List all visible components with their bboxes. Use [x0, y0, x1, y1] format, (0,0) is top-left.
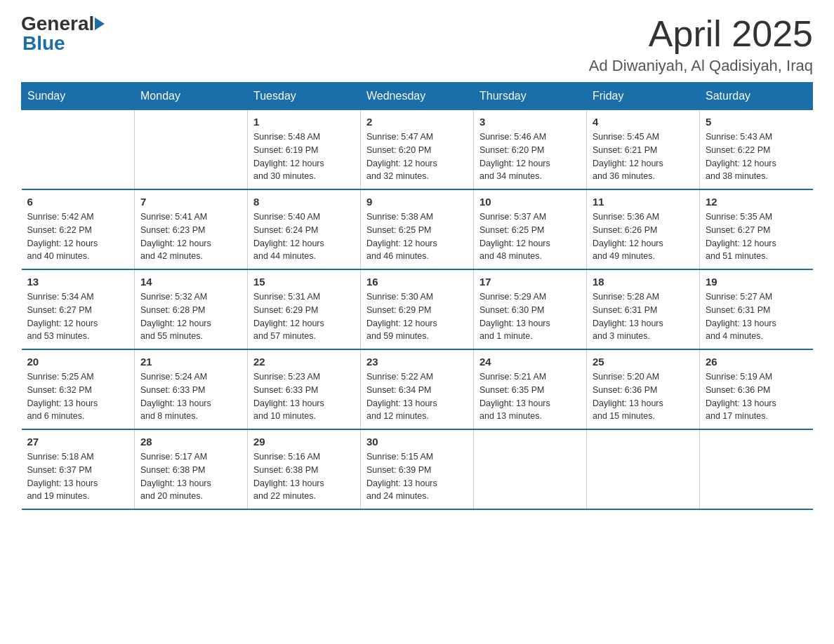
- day-number: 22: [253, 356, 355, 368]
- calendar-cell: 13Sunrise: 5:34 AM Sunset: 6:27 PM Dayli…: [22, 269, 135, 349]
- calendar-cell: 11Sunrise: 5:36 AM Sunset: 6:26 PM Dayli…: [587, 189, 700, 269]
- logo-blue-text: Blue: [21, 34, 105, 53]
- calendar-cell: [135, 110, 248, 190]
- day-info: Sunrise: 5:40 AM Sunset: 6:24 PM Dayligh…: [253, 210, 355, 263]
- day-number: 14: [140, 276, 241, 288]
- day-info: Sunrise: 5:23 AM Sunset: 6:33 PM Dayligh…: [253, 370, 355, 423]
- day-number: 28: [140, 436, 241, 448]
- day-info: Sunrise: 5:32 AM Sunset: 6:28 PM Dayligh…: [140, 290, 241, 343]
- calendar-cell: 26Sunrise: 5:19 AM Sunset: 6:36 PM Dayli…: [700, 349, 813, 429]
- day-info: Sunrise: 5:28 AM Sunset: 6:31 PM Dayligh…: [593, 290, 694, 343]
- day-number: 15: [253, 276, 355, 288]
- day-info: Sunrise: 5:15 AM Sunset: 6:39 PM Dayligh…: [366, 450, 468, 503]
- day-info: Sunrise: 5:19 AM Sunset: 6:36 PM Dayligh…: [706, 370, 807, 423]
- calendar-cell: 3Sunrise: 5:46 AM Sunset: 6:20 PM Daylig…: [474, 110, 587, 190]
- calendar-cell: 18Sunrise: 5:28 AM Sunset: 6:31 PM Dayli…: [587, 269, 700, 349]
- day-header-tuesday: Tuesday: [248, 83, 361, 110]
- day-number: 8: [253, 196, 355, 208]
- day-number: 18: [593, 276, 694, 288]
- day-number: 12: [706, 196, 807, 208]
- day-header-sunday: Sunday: [22, 83, 135, 110]
- day-header-saturday: Saturday: [700, 83, 813, 110]
- calendar-cell: 2Sunrise: 5:47 AM Sunset: 6:20 PM Daylig…: [361, 110, 474, 190]
- day-number: 21: [140, 356, 241, 368]
- calendar-cell: 6Sunrise: 5:42 AM Sunset: 6:22 PM Daylig…: [22, 189, 135, 269]
- day-info: Sunrise: 5:21 AM Sunset: 6:35 PM Dayligh…: [479, 370, 581, 423]
- day-number: 5: [706, 116, 807, 128]
- main-title: April 2025: [589, 14, 813, 54]
- calendar-cell: [474, 429, 587, 509]
- calendar-cell: 8Sunrise: 5:40 AM Sunset: 6:24 PM Daylig…: [248, 189, 361, 269]
- day-number: 9: [366, 196, 468, 208]
- calendar-cell: 28Sunrise: 5:17 AM Sunset: 6:38 PM Dayli…: [135, 429, 248, 509]
- day-number: 6: [27, 196, 129, 208]
- day-info: Sunrise: 5:18 AM Sunset: 6:37 PM Dayligh…: [27, 450, 129, 503]
- calendar-cell: 20Sunrise: 5:25 AM Sunset: 6:32 PM Dayli…: [22, 349, 135, 429]
- day-info: Sunrise: 5:30 AM Sunset: 6:29 PM Dayligh…: [366, 290, 468, 343]
- title-section: April 2025 Ad Diwaniyah, Al Qadisiyah, I…: [589, 14, 813, 75]
- day-header-wednesday: Wednesday: [361, 83, 474, 110]
- calendar-cell: 23Sunrise: 5:22 AM Sunset: 6:34 PM Dayli…: [361, 349, 474, 429]
- day-info: Sunrise: 5:22 AM Sunset: 6:34 PM Dayligh…: [366, 370, 468, 423]
- day-info: Sunrise: 5:37 AM Sunset: 6:25 PM Dayligh…: [479, 210, 581, 263]
- day-number: 29: [253, 436, 355, 448]
- day-number: 27: [27, 436, 129, 448]
- day-info: Sunrise: 5:25 AM Sunset: 6:32 PM Dayligh…: [27, 370, 129, 423]
- logo-general-text: General: [21, 14, 94, 34]
- calendar-cell: 14Sunrise: 5:32 AM Sunset: 6:28 PM Dayli…: [135, 269, 248, 349]
- subtitle: Ad Diwaniyah, Al Qadisiyah, Iraq: [589, 57, 813, 75]
- day-info: Sunrise: 5:17 AM Sunset: 6:38 PM Dayligh…: [140, 450, 241, 503]
- day-number: 4: [593, 116, 694, 128]
- day-info: Sunrise: 5:45 AM Sunset: 6:21 PM Dayligh…: [593, 130, 694, 183]
- day-info: Sunrise: 5:34 AM Sunset: 6:27 PM Dayligh…: [27, 290, 129, 343]
- calendar-cell: 17Sunrise: 5:29 AM Sunset: 6:30 PM Dayli…: [474, 269, 587, 349]
- day-info: Sunrise: 5:16 AM Sunset: 6:38 PM Dayligh…: [253, 450, 355, 503]
- calendar-cell: [587, 429, 700, 509]
- day-info: Sunrise: 5:38 AM Sunset: 6:25 PM Dayligh…: [366, 210, 468, 263]
- calendar-cell: 15Sunrise: 5:31 AM Sunset: 6:29 PM Dayli…: [248, 269, 361, 349]
- day-number: 20: [27, 356, 129, 368]
- calendar-cell: 21Sunrise: 5:24 AM Sunset: 6:33 PM Dayli…: [135, 349, 248, 429]
- calendar-cell: 12Sunrise: 5:35 AM Sunset: 6:27 PM Dayli…: [700, 189, 813, 269]
- calendar-cell: 25Sunrise: 5:20 AM Sunset: 6:36 PM Dayli…: [587, 349, 700, 429]
- day-info: Sunrise: 5:24 AM Sunset: 6:33 PM Dayligh…: [140, 370, 241, 423]
- calendar-cell: 1Sunrise: 5:48 AM Sunset: 6:19 PM Daylig…: [248, 110, 361, 190]
- day-number: 2: [366, 116, 468, 128]
- day-header-monday: Monday: [135, 83, 248, 110]
- day-number: 23: [366, 356, 468, 368]
- day-number: 3: [479, 116, 581, 128]
- day-number: 24: [479, 356, 581, 368]
- day-info: Sunrise: 5:35 AM Sunset: 6:27 PM Dayligh…: [706, 210, 807, 263]
- day-info: Sunrise: 5:48 AM Sunset: 6:19 PM Dayligh…: [253, 130, 355, 183]
- calendar-cell: [22, 110, 135, 190]
- day-number: 19: [706, 276, 807, 288]
- day-info: Sunrise: 5:47 AM Sunset: 6:20 PM Dayligh…: [366, 130, 468, 183]
- day-number: 25: [593, 356, 694, 368]
- calendar-table: SundayMondayTuesdayWednesdayThursdayFrid…: [21, 82, 813, 510]
- calendar-week-row: 1Sunrise: 5:48 AM Sunset: 6:19 PM Daylig…: [22, 110, 813, 190]
- calendar-cell: 10Sunrise: 5:37 AM Sunset: 6:25 PM Dayli…: [474, 189, 587, 269]
- calendar-cell: 4Sunrise: 5:45 AM Sunset: 6:21 PM Daylig…: [587, 110, 700, 190]
- calendar-week-row: 13Sunrise: 5:34 AM Sunset: 6:27 PM Dayli…: [22, 269, 813, 349]
- day-info: Sunrise: 5:36 AM Sunset: 6:26 PM Dayligh…: [593, 210, 694, 263]
- day-number: 30: [366, 436, 468, 448]
- calendar-cell: 5Sunrise: 5:43 AM Sunset: 6:22 PM Daylig…: [700, 110, 813, 190]
- day-info: Sunrise: 5:27 AM Sunset: 6:31 PM Dayligh…: [706, 290, 807, 343]
- calendar-cell: 30Sunrise: 5:15 AM Sunset: 6:39 PM Dayli…: [361, 429, 474, 509]
- calendar-cell: 22Sunrise: 5:23 AM Sunset: 6:33 PM Dayli…: [248, 349, 361, 429]
- day-number: 26: [706, 356, 807, 368]
- day-info: Sunrise: 5:41 AM Sunset: 6:23 PM Dayligh…: [140, 210, 241, 263]
- calendar-cell: 16Sunrise: 5:30 AM Sunset: 6:29 PM Dayli…: [361, 269, 474, 349]
- calendar-week-row: 27Sunrise: 5:18 AM Sunset: 6:37 PM Dayli…: [22, 429, 813, 509]
- calendar-cell: 19Sunrise: 5:27 AM Sunset: 6:31 PM Dayli…: [700, 269, 813, 349]
- calendar-header-row: SundayMondayTuesdayWednesdayThursdayFrid…: [22, 83, 813, 110]
- calendar-cell: 29Sunrise: 5:16 AM Sunset: 6:38 PM Dayli…: [248, 429, 361, 509]
- header: General Blue April 2025 Ad Diwaniyah, Al…: [21, 14, 813, 75]
- day-info: Sunrise: 5:31 AM Sunset: 6:29 PM Dayligh…: [253, 290, 355, 343]
- day-info: Sunrise: 5:20 AM Sunset: 6:36 PM Dayligh…: [593, 370, 694, 423]
- calendar-week-row: 6Sunrise: 5:42 AM Sunset: 6:22 PM Daylig…: [22, 189, 813, 269]
- day-header-friday: Friday: [587, 83, 700, 110]
- day-number: 11: [593, 196, 694, 208]
- logo: General Blue: [21, 14, 105, 53]
- calendar-cell: [700, 429, 813, 509]
